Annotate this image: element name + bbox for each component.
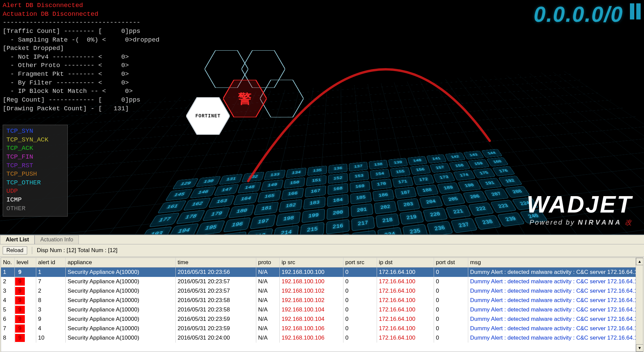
tab-actuation-info[interactable]: Actuation Info: [35, 235, 79, 244]
col-header[interactable]: port src: [343, 258, 377, 268]
ip-tile[interactable]: 197: [250, 215, 276, 229]
ip-tile[interactable]: 190: [458, 180, 481, 191]
col-header[interactable]: time: [175, 258, 256, 268]
ip-tile[interactable]: 194: [168, 223, 199, 235]
ip-tile[interactable]: 208: [505, 186, 530, 198]
ip-tile[interactable]: 158: [449, 161, 470, 171]
ip-tile[interactable]: 191: [478, 178, 502, 189]
ip-tile[interactable]: 155: [390, 167, 411, 177]
scroll-up-icon[interactable]: ▲: [636, 258, 643, 265]
ip-tile[interactable]: 169: [350, 181, 371, 192]
table-row[interactable]: 297Security Appliance A(10000)2016/05/31…: [1, 277, 643, 286]
ip-tile[interactable]: 218: [376, 214, 400, 228]
ip-tile[interactable]: 235: [402, 224, 428, 235]
ip-tile[interactable]: 165: [257, 190, 281, 203]
col-header[interactable]: port dst: [434, 258, 468, 268]
ip-tile[interactable]: 138: [369, 160, 388, 170]
ip-tile[interactable]: 219: [399, 211, 424, 225]
ip-tile[interactable]: 223: [490, 200, 517, 213]
ip-tile[interactable]: 175: [473, 168, 496, 179]
ip-tile[interactable]: 135: [307, 166, 327, 176]
ip-tile[interactable]: 214: [273, 225, 299, 235]
ip-tile[interactable]: 149: [261, 180, 283, 191]
ip-tile[interactable]: 145: [165, 189, 193, 201]
col-header[interactable]: alert id: [36, 258, 65, 268]
ip-tile[interactable]: 172: [413, 174, 435, 185]
col-header[interactable]: No.: [1, 258, 14, 268]
ip-tile[interactable]: 134: [286, 168, 307, 178]
ip-tile[interactable]: 161: [157, 200, 186, 214]
ip-tile[interactable]: 189: [437, 182, 460, 194]
ip-tile[interactable]: 220: [423, 208, 448, 222]
ip-tile[interactable]: 238: [474, 215, 501, 230]
ip-tile[interactable]: 199: [302, 209, 325, 223]
ip-tile[interactable]: 205: [441, 193, 465, 206]
ip-tile[interactable]: 139: [388, 158, 408, 167]
ip-tile[interactable]: 152: [328, 173, 348, 184]
ip-tile[interactable]: 143: [463, 151, 484, 160]
ip-tile[interactable]: 217: [351, 216, 375, 231]
ip-tile[interactable]: 195: [196, 221, 225, 235]
ip-tile[interactable]: 212: [217, 232, 247, 235]
ip-tile[interactable]: 183: [303, 197, 326, 210]
ip-tile[interactable]: 177: [149, 213, 180, 227]
ip-tile[interactable]: 129: [172, 178, 199, 190]
ip-tile[interactable]: 173: [433, 172, 455, 183]
ip-tile[interactable]: 148: [237, 182, 261, 194]
ip-tile[interactable]: 133: [264, 170, 285, 180]
col-header[interactable]: appliance: [65, 258, 175, 268]
ip-tile[interactable]: 203: [397, 198, 420, 212]
ip-tile[interactable]: 180: [228, 204, 255, 218]
ip-tile[interactable]: 213: [245, 228, 273, 235]
ip-tile[interactable]: 170: [371, 179, 392, 190]
ip-tile[interactable]: 171: [392, 177, 414, 188]
ip-tile[interactable]: 163: [208, 195, 235, 208]
ip-tile[interactable]: 167: [305, 186, 326, 198]
table-row[interactable]: 191Security Appliance A(10000)2016/05/31…: [1, 268, 643, 277]
ip-tile[interactable]: 207: [484, 188, 509, 200]
ip-tile[interactable]: 147: [214, 184, 239, 196]
ip-tile[interactable]: 142: [445, 153, 466, 162]
ip-tile[interactable]: 159: [468, 159, 490, 169]
ip-tile[interactable]: 181: [254, 202, 279, 215]
ip-tile[interactable]: 160: [487, 157, 509, 167]
ip-tile[interactable]: 185: [350, 192, 372, 204]
ip-tile[interactable]: 222: [468, 202, 494, 216]
table-row[interactable]: 593Security Appliance A(10000)2016/05/31…: [1, 305, 643, 314]
ip-tile[interactable]: 200: [327, 206, 349, 220]
ip-tile[interactable]: 156: [410, 165, 431, 175]
scroll-down-icon[interactable]: ▼: [636, 344, 643, 352]
ip-tile[interactable]: 146: [190, 186, 216, 198]
ip-tile[interactable]: 130: [196, 176, 221, 187]
ip-tile[interactable]: 168: [328, 183, 348, 195]
ip-tile[interactable]: 162: [183, 198, 211, 211]
table-row[interactable]: 392Security Appliance A(10000)2016/05/31…: [1, 286, 643, 296]
tab-alert-list[interactable]: Alert List: [0, 235, 35, 244]
ip-tile[interactable]: 184: [327, 194, 348, 207]
ip-tile[interactable]: 239: [497, 212, 525, 227]
ip-tile[interactable]: 137: [349, 162, 368, 172]
ip-tile[interactable]: 202: [374, 201, 397, 214]
ip-tile[interactable]: 234: [377, 227, 403, 235]
col-header[interactable]: msg: [468, 258, 643, 268]
ip-tile[interactable]: 236: [427, 221, 453, 235]
ip-tile[interactable]: 198: [276, 212, 301, 226]
table-row[interactable]: 498Security Appliance A(10000)2016/05/31…: [1, 296, 643, 305]
table-row[interactable]: 699Security Appliance A(10000)2016/05/31…: [1, 314, 643, 324]
ip-tile[interactable]: 144: [481, 149, 502, 158]
ip-tile[interactable]: 141: [426, 154, 447, 163]
ip-tile[interactable]: 178: [176, 210, 205, 225]
ip-tile[interactable]: 176: [492, 166, 515, 176]
ip-tile[interactable]: 131: [219, 174, 243, 185]
ip-tile[interactable]: 188: [416, 185, 439, 196]
ip-tile[interactable]: 174: [453, 170, 476, 181]
ip-tile[interactable]: 157: [430, 163, 451, 173]
col-header[interactable]: proto: [256, 258, 279, 268]
vertical-scrollbar[interactable]: ▲ ▼: [636, 258, 643, 352]
reload-button[interactable]: Reload: [3, 246, 27, 254]
ip-tile[interactable]: 204: [419, 196, 443, 209]
ip-tile[interactable]: 221: [446, 205, 471, 219]
ip-tile[interactable]: 201: [351, 203, 373, 217]
ip-tile[interactable]: 136: [328, 164, 347, 174]
ip-tile[interactable]: 187: [394, 187, 417, 199]
